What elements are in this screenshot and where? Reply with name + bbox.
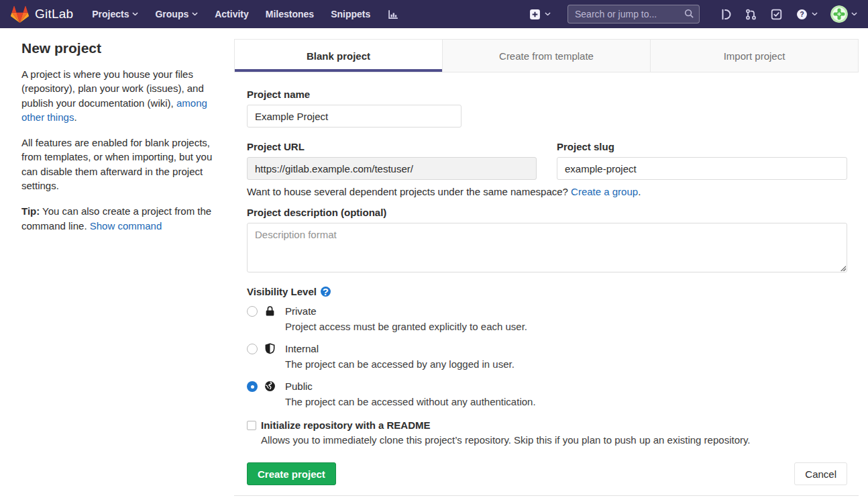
private-label: Private [285,304,527,319]
project-description-label: Project description (optional) [247,207,847,218]
nav-snippets-label: Snippets [331,9,370,19]
public-label: Public [285,379,536,394]
chevron-down-icon [851,12,857,16]
project-name-input[interactable] [247,105,462,128]
primary-nav: Projects Groups Activity Milestones Snip… [92,8,400,21]
intro-text-end: . [74,111,76,123]
visibility-option-public[interactable]: Public The project can be accessed witho… [247,379,847,409]
help-icon: ? [796,8,808,21]
project-slug-label: Project slug [557,141,847,152]
readme-label[interactable]: Initialize repository with a README [261,419,751,432]
todos-icon[interactable] [770,8,783,21]
project-url-namespace-select[interactable] [247,157,537,180]
create-a-group-link[interactable]: Create a group [571,186,638,197]
visibility-option-private[interactable]: Private Project access must be granted e… [247,304,847,334]
public-description: The project can be accessed without any … [285,395,536,409]
project-url-group: Project URL [247,141,537,180]
project-slug-group: Project slug [557,141,847,180]
navbar-right: ? [529,5,857,23]
chevron-down-icon [545,12,551,16]
readme-description: Allows you to immediately clone this pro… [261,433,751,447]
globe-icon [264,381,276,392]
chevron-down-icon [812,12,818,16]
nav-milestones-label: Milestones [266,9,314,19]
cancel-button[interactable]: Cancel [794,462,847,485]
merge-request-icon[interactable] [745,8,757,21]
global-search [567,5,700,23]
analytics-icon[interactable] [387,8,400,21]
visibility-help-icon[interactable]: ? [321,287,331,297]
nav-projects-label: Projects [92,9,129,19]
tip-paragraph: Tip: You can also create a project from … [21,204,223,233]
help-menu[interactable]: ? [796,8,818,21]
blank-project-panel: Project name Project URL Project slug Wa… [234,72,859,495]
tab-create-from-template[interactable]: Create from template [442,40,650,72]
form-actions: Create project Cancel [247,462,847,495]
namespace-hint-end: . [638,186,641,197]
gitlab-logo[interactable]: GitLab [11,6,73,23]
project-name-group: Project name [247,89,847,128]
search-input[interactable] [567,5,700,23]
internal-label: Internal [285,342,514,356]
search-icon[interactable] [684,9,694,19]
show-command-link[interactable]: Show command [90,220,162,232]
nav-groups[interactable]: Groups [155,9,198,19]
tab-import-project[interactable]: Import project [650,40,858,72]
issues-icon[interactable] [719,8,732,21]
namespace-hint: Want to house several dependent projects… [247,186,847,197]
new-project-form: Blank project Create from template Impor… [234,39,859,496]
project-slug-input[interactable] [557,157,847,180]
project-description-group: Project description (optional) [247,207,847,272]
namespace-hint-text: Want to house several dependent projects… [247,186,571,197]
public-radio[interactable] [247,381,258,392]
new-menu[interactable] [529,8,551,21]
shield-icon [264,343,276,354]
description-column: New project A project is where you house… [21,39,223,496]
page-title: New project [21,40,223,56]
features-paragraph: All features are enabled for blank proje… [21,136,223,193]
internal-radio[interactable] [247,344,258,354]
svg-text:?: ? [800,11,804,18]
tanuki-icon [11,6,29,23]
user-menu[interactable] [830,5,857,23]
tab-blank-project[interactable]: Blank project [235,40,442,72]
chevron-down-icon [132,12,138,16]
tip-label: Tip: [21,205,40,217]
visibility-level-label: Visibility Level [247,286,317,297]
readme-checkbox[interactable] [247,421,256,430]
lock-icon [264,305,276,317]
private-radio[interactable] [247,306,258,317]
nav-projects[interactable]: Projects [92,9,138,19]
top-navbar: GitLab Projects Groups Activity Mileston… [0,0,868,28]
private-description: Project access must be granted explicitl… [285,319,527,334]
brand-name[interactable]: GitLab [35,7,73,21]
nav-activity[interactable]: Activity [215,9,249,19]
chevron-down-icon [192,12,198,16]
url-slug-row: Project URL Project slug [247,141,847,180]
project-description-textarea[interactable] [247,223,847,272]
nav-snippets[interactable]: Snippets [331,9,370,19]
visibility-option-internal[interactable]: Internal The project can be accessed by … [247,342,847,371]
intro-paragraph: A project is where you house your files … [21,67,223,124]
avatar [830,5,848,23]
nav-milestones[interactable]: Milestones [266,9,314,19]
project-type-tabs: Blank project Create from template Impor… [234,39,859,72]
internal-description: The project can be accessed by any logge… [285,357,514,371]
plus-square-icon [529,8,541,21]
create-project-button[interactable]: Create project [247,462,336,485]
nav-groups-label: Groups [155,9,188,19]
project-name-label: Project name [247,89,847,100]
nav-activity-label: Activity [215,9,249,19]
project-url-label: Project URL [247,141,537,152]
readme-group: Initialize repository with a README Allo… [247,419,847,447]
page-content: New project A project is where you house… [0,28,868,496]
visibility-level-group: Visibility Level ? Private Project acces… [247,286,847,409]
